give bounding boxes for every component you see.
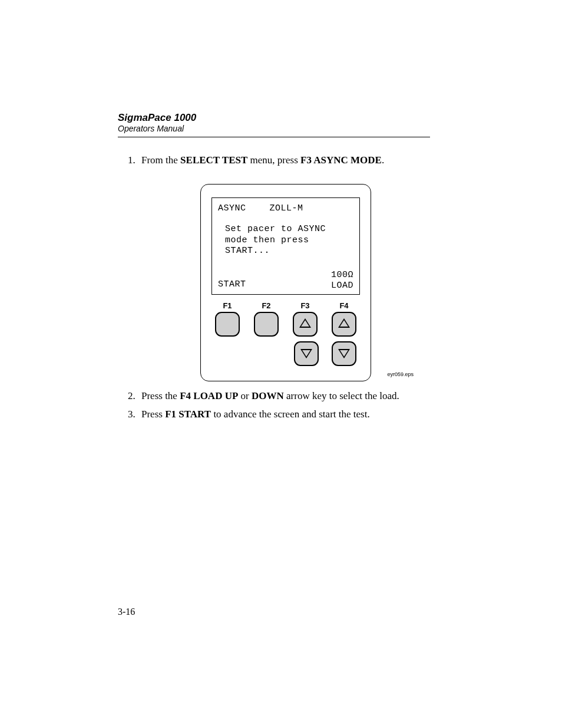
figure: ASYNC ZOLL-M Set pacer to ASYNC mode the…	[200, 184, 371, 381]
button-f2[interactable]	[254, 312, 279, 337]
lcd-load-label: LOAD	[331, 281, 353, 291]
button-f1[interactable]	[215, 312, 240, 337]
step-1-text-a: From the	[141, 154, 180, 166]
fkey-col-f1: F1	[215, 301, 240, 337]
step-1-text-c: menu, press	[247, 154, 300, 166]
fkey-row: F1 F2 F3 F4	[211, 301, 360, 337]
figure-caption: eyr059.eps	[387, 371, 414, 378]
step-2-bold-d: DOWN	[252, 390, 284, 401]
page-number: 3-16	[118, 607, 135, 617]
step-2-text-c: or	[238, 390, 252, 401]
lcd-msg-line1: Set pacer to ASYNC	[225, 224, 353, 235]
fkey-label-f3: F3	[300, 301, 309, 311]
step-3-text-c: to advance the screen and start the test…	[211, 409, 370, 420]
content-block: SigmaPace 1000 Operators Manual From the…	[118, 112, 430, 426]
step-list: From the SELECT TEST menu, press F3 ASYN…	[118, 154, 430, 421]
step-3-text-a: Press	[141, 409, 165, 420]
down-key-row	[211, 341, 360, 366]
button-f3-up[interactable]	[293, 312, 318, 337]
step-1-bold-d: F3 ASYNC MODE	[300, 154, 382, 166]
lcd-top-row: ASYNC ZOLL-M	[218, 203, 353, 215]
doc-subtitle: Operators Manual	[118, 124, 430, 133]
lcd-start-label: START	[218, 279, 246, 291]
step-1-text-e: .	[382, 154, 384, 166]
lcd-device: ZOLL-M	[270, 203, 303, 215]
lcd-mode: ASYNC	[218, 203, 246, 215]
fkey-label-f1: F1	[223, 301, 232, 311]
lcd-msg-line2: mode then press START...	[225, 235, 353, 258]
step-2: Press the F4 LOAD UP or DOWN arrow key t…	[138, 390, 430, 403]
fkey-col-f3: F3	[293, 301, 318, 337]
arrow-up-icon	[299, 318, 311, 328]
button-f4-down[interactable]	[332, 341, 356, 366]
step-3-bold-b: F1 START	[165, 409, 211, 420]
arrow-down-icon	[300, 349, 312, 358]
doc-title: SigmaPace 1000	[118, 112, 430, 124]
step-1-bold-b: SELECT TEST	[180, 154, 247, 166]
step-3: Press F1 START to advance the screen and…	[138, 408, 430, 421]
step-2-text-a: Press the	[141, 390, 180, 401]
lcd-screen: ASYNC ZOLL-M Set pacer to ASYNC mode the…	[211, 197, 360, 295]
header-rule	[118, 137, 430, 137]
button-f4-up[interactable]	[332, 312, 356, 337]
arrow-down-icon	[338, 349, 350, 358]
step-2-text-e: arrow key to select the load.	[284, 390, 399, 401]
fkey-col-f4: F4	[332, 301, 356, 337]
step-1: From the SELECT TEST menu, press F3 ASYN…	[138, 154, 430, 381]
fkey-col-f2: F2	[254, 301, 279, 337]
lcd-load-block: 100Ω LOAD	[331, 270, 353, 291]
arrow-up-icon	[338, 318, 350, 328]
lcd-load-value: 100Ω	[331, 270, 353, 280]
device-bezel: ASYNC ZOLL-M Set pacer to ASYNC mode the…	[200, 184, 371, 381]
step-2-bold-b: F4 LOAD UP	[180, 390, 238, 401]
lcd-message: Set pacer to ASYNC mode then press START…	[225, 224, 353, 257]
fkey-label-f4: F4	[339, 301, 348, 311]
page: SigmaPace 1000 Operators Manual From the…	[0, 0, 562, 728]
button-f3-down[interactable]	[294, 341, 319, 366]
fkey-label-f2: F2	[262, 301, 270, 311]
